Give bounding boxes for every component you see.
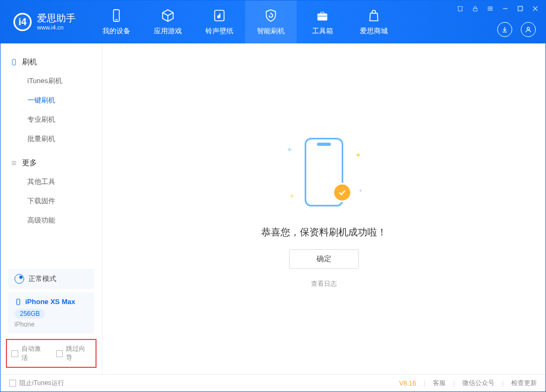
checkbox-label: 自动激活 [21, 344, 47, 363]
tab-label: 智能刷机 [257, 26, 285, 36]
device-title: iPhone XS Max [14, 298, 88, 306]
sidebar-item-pro-flash[interactable]: 专业刷机 [1, 110, 102, 129]
checkbox-box [9, 380, 16, 387]
divider: | [502, 380, 504, 387]
sidebar-item-download-firmware[interactable]: 下载固件 [1, 191, 102, 211]
block-itunes-checkbox[interactable]: 阻止iTunes运行 [9, 379, 64, 388]
checkbox-box [56, 350, 63, 357]
tab-apps-games[interactable]: 应用游戏 [142, 1, 194, 43]
mode-icon [14, 274, 24, 284]
phone-icon [109, 8, 124, 23]
maximize-icon[interactable] [515, 4, 525, 13]
tab-smart-flash[interactable]: 智能刷机 [245, 1, 297, 43]
lock-icon[interactable] [470, 4, 480, 13]
cube-icon [160, 8, 175, 23]
divider: | [453, 380, 455, 387]
app-title: 爱思助手 [37, 13, 76, 24]
sidebar-head-more[interactable]: 更多 [1, 154, 102, 172]
close-icon[interactable] [530, 4, 540, 13]
header: i4 爱思助手 www.i4.cn 我的设备 应用游戏 铃声壁纸 智能刷机 [1, 1, 545, 43]
device-name: iPhone XS Max [25, 298, 75, 306]
user-icon[interactable] [521, 22, 536, 37]
tshirt-icon[interactable] [455, 4, 465, 13]
logo-area: i4 爱思助手 www.i4.cn [1, 13, 85, 31]
main-content: ✦ ✦ ✦ ✦ 恭喜您，保资料刷机成功啦！ 确定 查看日志 [102, 43, 545, 374]
checkbox-label: 跳过向导 [66, 344, 91, 363]
sidebar-item-batch-flash[interactable]: 批量刷机 [1, 129, 102, 149]
tab-ringtone-wallpaper[interactable]: 铃声壁纸 [194, 1, 245, 43]
sidebar: 刷机 iTunes刷机 一键刷机 专业刷机 批量刷机 更多 其他工具 下载固件 … [1, 43, 102, 374]
sidebar-item-advanced[interactable]: 高级功能 [1, 211, 102, 230]
divider: | [424, 380, 425, 387]
download-icon[interactable] [497, 22, 512, 37]
sidebar-item-itunes-flash[interactable]: iTunes刷机 [1, 71, 102, 91]
sidebar-item-other-tools[interactable]: 其他工具 [1, 172, 102, 191]
header-tabs: 我的设备 应用游戏 铃声壁纸 智能刷机 工具箱 爱思商城 [91, 1, 400, 43]
sparkle-icon: ✦ [290, 193, 294, 199]
sidebar-head-label: 刷机 [22, 57, 37, 67]
storage-pill: 256GB [14, 309, 45, 319]
tab-label: 我的设备 [102, 26, 130, 36]
sparkle-icon: ✦ [286, 145, 293, 154]
checkbox-box [11, 350, 18, 357]
music-note-icon [212, 8, 227, 23]
tab-toolbox[interactable]: 工具箱 [297, 1, 348, 43]
svg-rect-12 [518, 6, 522, 11]
menu-icon[interactable] [485, 4, 495, 13]
device-icon [10, 58, 18, 66]
device-box[interactable]: iPhone XS Max 256GB iPhone [8, 292, 94, 334]
sidebar-item-oneclick-flash[interactable]: 一键刷机 [1, 91, 102, 110]
logo-icon: i4 [13, 13, 32, 31]
tab-my-device[interactable]: 我的设备 [91, 1, 142, 43]
sidebar-head-flash[interactable]: 刷机 [1, 53, 102, 71]
view-log-link[interactable]: 查看日志 [311, 279, 337, 289]
logo-text: 爱思助手 www.i4.cn [37, 13, 76, 31]
phone-small-icon [14, 298, 22, 306]
bag-icon [366, 8, 381, 23]
svg-rect-19 [17, 299, 20, 305]
svg-rect-4 [321, 12, 324, 14]
footer-right: V8.16 | 客服 | 微信公众号 | 检查更新 [399, 379, 537, 388]
checkbox-auto-activate[interactable]: 自动激活 [11, 344, 47, 363]
footer: 阻止iTunes运行 V8.16 | 客服 | 微信公众号 | 检查更新 [1, 374, 545, 391]
mode-label: 正常模式 [28, 274, 56, 284]
toolbox-icon [315, 8, 330, 23]
wechat-link[interactable]: 微信公众号 [462, 379, 495, 388]
version-label: V8.16 [399, 380, 416, 387]
sparkle-icon: ✦ [358, 188, 363, 194]
list-icon [10, 159, 18, 167]
svg-rect-7 [474, 8, 477, 11]
window-controls [455, 4, 540, 13]
tab-label: 爱思商城 [360, 26, 388, 36]
svg-rect-3 [318, 14, 327, 20]
tab-label: 铃声壁纸 [205, 26, 233, 36]
check-update-link[interactable]: 检查更新 [511, 379, 537, 388]
sparkle-icon: ✦ [355, 151, 361, 159]
tab-label: 应用游戏 [154, 26, 182, 36]
header-right-icons [497, 22, 536, 37]
shield-refresh-icon [263, 8, 278, 23]
sidebar-head-label: 更多 [22, 158, 37, 168]
app-window: i4 爱思助手 www.i4.cn 我的设备 应用游戏 铃声壁纸 智能刷机 [0, 0, 546, 392]
svg-point-6 [527, 27, 530, 30]
app-subtitle: www.i4.cn [37, 24, 76, 31]
ok-button[interactable]: 确定 [289, 249, 359, 269]
tab-store[interactable]: 爱思商城 [348, 1, 400, 43]
mode-box[interactable]: 正常模式 [8, 269, 94, 289]
customer-service-link[interactable]: 客服 [433, 379, 446, 388]
minimize-icon[interactable] [500, 4, 510, 13]
body: 刷机 iTunes刷机 一键刷机 专业刷机 批量刷机 更多 其他工具 下载固件 … [1, 43, 545, 374]
tab-label: 工具箱 [312, 26, 333, 36]
sidebar-group-more: 更多 其他工具 下载固件 高级功能 [1, 154, 102, 235]
block-itunes-label: 阻止iTunes运行 [19, 379, 64, 388]
device-type: iPhone [14, 321, 88, 328]
success-illustration: ✦ ✦ ✦ ✦ [270, 129, 378, 215]
checkbox-skip-guide[interactable]: 跳过向导 [56, 344, 92, 363]
svg-rect-15 [12, 60, 16, 65]
sidebar-group-flash: 刷机 iTunes刷机 一键刷机 专业刷机 批量刷机 [1, 53, 102, 154]
success-message: 恭喜您，保资料刷机成功啦！ [261, 226, 387, 239]
checkbox-row: 自动激活 跳过向导 [6, 339, 97, 368]
check-badge-icon [333, 183, 352, 202]
sidebar-bottom: 正常模式 iPhone XS Max 256GB iPhone 自动激活 [1, 265, 102, 374]
